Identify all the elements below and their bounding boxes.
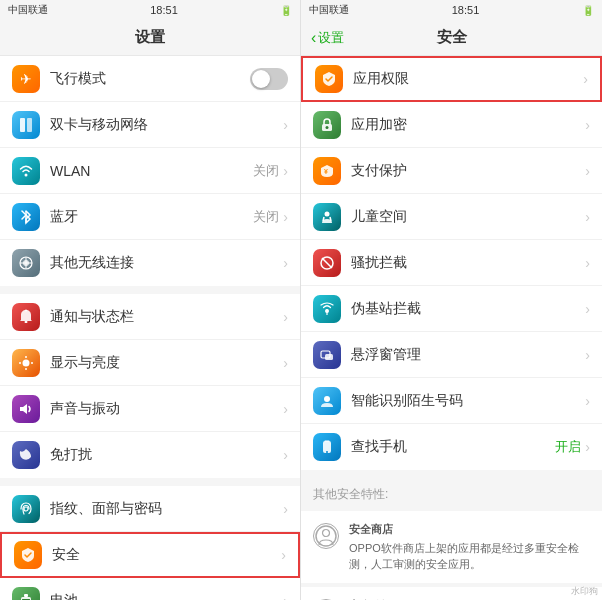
svg-rect-17 [24,594,28,597]
sound-icon [12,395,40,423]
item-fingerprint[interactable]: 指纹、面部与密码 › [0,486,300,532]
security-icon [14,541,42,569]
group-security: 指纹、面部与密码 › 安全 › [0,486,300,600]
left-nav-title: 设置 [135,28,165,47]
item-fake-base-station[interactable]: 伪基站拦截 › [301,286,602,332]
fake-base-station-chevron: › [585,301,590,317]
app-encrypt-label: 应用加密 [351,116,585,134]
svg-point-24 [326,126,329,129]
item-payment-protect[interactable]: ¥ 支付保护 › [301,148,602,194]
item-float-window[interactable]: 悬浮窗管理 › [301,332,602,378]
kids-space-chevron: › [585,209,590,225]
wlan-icon [12,157,40,185]
harassment-block-chevron: › [585,255,590,271]
other-wireless-icon [12,249,40,277]
svg-point-8 [25,309,27,311]
item-dnd[interactable]: 免打扰 › [0,432,300,478]
right-time: 18:51 [452,4,480,16]
security-list: 应用权限 › 应用加密 › [301,56,602,600]
float-window-label: 悬浮窗管理 [351,346,585,364]
wlan-label: WLAN [50,163,253,179]
left-carrier: 中国联通 [8,3,48,17]
app-permissions-label: 应用权限 [353,70,583,88]
left-panel: 中国联通 18:51 🔋 设置 ✈ 飞行模式 [0,0,301,600]
wlan-chevron: › [283,163,288,179]
svg-line-27 [323,217,324,221]
smart-id-chevron: › [585,393,590,409]
svg-line-28 [330,217,331,221]
left-status-icons: 🔋 [280,5,292,16]
svg-marker-14 [20,404,27,414]
item-kids-space[interactable]: 儿童空间 › [301,194,602,240]
smart-id-label: 智能识别陌生号码 [351,392,585,410]
battery-label: 电池 [50,592,283,601]
item-dual-sim[interactable]: 双卡与移动网络 › [0,102,300,148]
item-sound[interactable]: 声音与振动 › [0,386,300,432]
svg-rect-38 [325,441,330,442]
svg-point-9 [23,359,30,366]
feature-num-1 [313,523,339,549]
item-notification[interactable]: 通知与状态栏 › [0,294,300,340]
other-features-title: 其他安全特性: [301,478,602,507]
display-label: 显示与亮度 [50,354,283,372]
item-harassment-block[interactable]: 骚扰拦截 › [301,240,602,286]
kids-space-label: 儿童空间 [351,208,585,226]
display-icon [12,349,40,377]
app-permissions-chevron: › [583,71,588,87]
right-status-bar: 中国联通 18:51 🔋 [301,0,602,20]
back-button[interactable]: ‹ 设置 [311,29,344,47]
item-app-encrypt[interactable]: 应用加密 › [301,102,602,148]
feature-desc-1: OPPO软件商店上架的应用都是经过多重安全检测，人工审测的安全应用。 [349,540,590,573]
svg-text:¥: ¥ [324,168,328,175]
item-other-wireless[interactable]: 其他无线连接 › [0,240,300,286]
harassment-block-icon [313,249,341,277]
item-display[interactable]: 显示与亮度 › [0,340,300,386]
right-carrier: 中国联通 [309,3,349,17]
item-security[interactable]: 安全 › [0,532,300,578]
svg-point-15 [24,507,28,511]
airplane-icon: ✈ [12,65,40,93]
battery-chevron: › [283,593,288,601]
fingerprint-icon [12,495,40,523]
dual-sim-label: 双卡与移动网络 [50,116,283,134]
svg-point-35 [324,396,330,402]
item-wlan[interactable]: WLAN 关闭 › [0,148,300,194]
group-personalization: 通知与状态栏 › 显示与亮度 › [0,294,300,478]
svg-rect-1 [27,118,32,132]
item-airplane[interactable]: ✈ 飞行模式 [0,56,300,102]
item-bluetooth[interactable]: 蓝牙 关闭 › [0,194,300,240]
feature-title-2: 安全验证 [349,597,590,601]
right-status-icons: 🔋 [582,5,594,16]
svg-rect-34 [325,354,333,360]
item-app-permissions[interactable]: 应用权限 › [301,56,602,102]
other-wireless-chevron: › [283,255,288,271]
right-nav-title: 安全 [437,28,467,47]
right-nav-bar: ‹ 设置 安全 [301,20,602,56]
find-phone-value: 开启 [555,438,581,456]
security-label: 安全 [52,546,281,564]
notification-label: 通知与状态栏 [50,308,283,326]
left-time: 18:51 [150,4,178,16]
app-encrypt-icon [313,111,341,139]
wlan-value: 关闭 [253,162,279,180]
fake-base-station-icon [313,295,341,323]
dnd-icon [12,441,40,469]
group-connectivity: ✈ 飞行模式 双卡与移动网络 › [0,56,300,286]
notification-chevron: › [283,309,288,325]
dnd-chevron: › [283,447,288,463]
left-settings-list: ✈ 飞行模式 双卡与移动网络 › [0,56,300,600]
svg-rect-7 [25,321,28,323]
other-features-section: 其他安全特性: 安全商店 OPPO软件商店上架的应用都是经过多重安全检测，人工审… [301,478,602,600]
left-battery-icon: 🔋 [280,5,292,16]
sound-chevron: › [283,401,288,417]
security-group-main: 应用权限 › 应用加密 › [301,56,602,470]
bluetooth-label: 蓝牙 [50,208,253,226]
svg-point-2 [25,173,28,176]
payment-protect-icon: ¥ [313,157,341,185]
item-battery[interactable]: 电池 › [0,578,300,600]
airplane-toggle[interactable] [250,68,288,90]
feature-text-2: 安全验证 防扒勇,防自动安装。当游戏发送扣费短信、从OPPO软件商店可信任商店之… [349,597,590,601]
security-chevron: › [281,547,286,563]
item-find-phone[interactable]: 查找手机 开启 › [301,424,602,470]
item-smart-id[interactable]: 智能识别陌生号码 › [301,378,602,424]
